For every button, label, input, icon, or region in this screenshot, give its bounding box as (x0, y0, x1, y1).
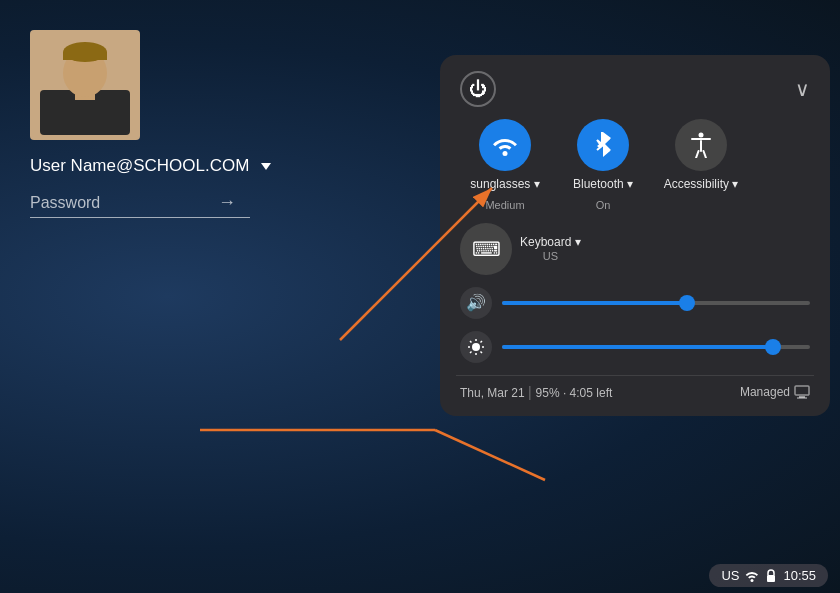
wifi-sublabel: Medium (485, 199, 524, 211)
svg-rect-4 (63, 52, 107, 60)
svg-point-9 (699, 133, 704, 138)
username-text: User Name@SCHOOL.COM (30, 156, 249, 176)
keyboard-label: Keyboard ▾ (520, 235, 581, 251)
svg-line-18 (470, 351, 472, 353)
user-name-row[interactable]: User Name@SCHOOL.COM (30, 156, 271, 176)
brightness-slider-row (456, 331, 814, 363)
bluetooth-label: Bluetooth ▾ (573, 177, 633, 193)
svg-line-17 (481, 341, 483, 343)
tray-time: 10:55 (783, 568, 816, 583)
svg-point-10 (472, 343, 480, 351)
password-submit-button[interactable]: → (218, 192, 236, 213)
svg-line-16 (481, 351, 483, 353)
svg-rect-19 (795, 386, 809, 395)
keyboard-labels: Keyboard ▾ US (520, 235, 581, 263)
volume-icon: 🔊 (460, 287, 492, 319)
accessibility-sublabel (699, 199, 702, 211)
keyboard-row: ⌨ Keyboard ▾ US (456, 223, 814, 275)
qs-footer: Thu, Mar 21 | 95% · 4:05 left Managed (456, 375, 814, 400)
volume-slider-row: 🔊 (456, 287, 814, 319)
volume-slider-track[interactable] (502, 301, 810, 305)
toggles-grid: sunglasses ▾ Medium Bluetooth ▾ On (456, 119, 814, 211)
password-row[interactable]: → (30, 192, 250, 218)
power-button[interactable]: ⏻ (460, 71, 496, 107)
tray-wifi-icon (745, 570, 759, 582)
wifi-label: sunglasses ▾ (470, 177, 539, 193)
chevron-down-icon: ∨ (795, 78, 810, 100)
bluetooth-sublabel: On (596, 199, 611, 211)
accessibility-toggle-button[interactable] (675, 119, 727, 171)
system-tray[interactable]: US 10:55 (709, 564, 828, 587)
power-icon: ⏻ (469, 79, 487, 100)
qs-header: ⏻ ∨ (456, 71, 814, 107)
tray-locale: US (721, 568, 739, 583)
wifi-toggle-item: sunglasses ▾ Medium (460, 119, 550, 211)
login-panel: User Name@SCHOOL.COM → (30, 30, 271, 218)
volume-slider-fill (502, 301, 687, 305)
volume-speaker-icon: 🔊 (466, 293, 486, 312)
keyboard-icon: ⌨ (472, 237, 501, 261)
brightness-slider-track[interactable] (502, 345, 810, 349)
brightness-icon (460, 331, 492, 363)
keyboard-sublabel: US (520, 250, 581, 262)
footer-managed: Managed (740, 385, 810, 399)
wifi-toggle-button[interactable] (479, 119, 531, 171)
username-chevron-icon[interactable] (261, 163, 271, 170)
svg-rect-22 (767, 575, 775, 582)
bluetooth-toggle-item: Bluetooth ▾ On (558, 119, 648, 211)
bluetooth-toggle-button[interactable] (577, 119, 629, 171)
quick-settings-panel: ⏻ ∨ sunglasses ▾ Medium (440, 55, 830, 416)
collapse-button[interactable]: ∨ (795, 77, 810, 101)
password-input[interactable] (30, 194, 210, 212)
brightness-slider-thumb (765, 339, 781, 355)
avatar (30, 30, 140, 140)
keyboard-button[interactable]: ⌨ (460, 223, 512, 275)
tray-lock-icon (765, 569, 777, 583)
accessibility-toggle-item: Accessibility ▾ (656, 119, 746, 211)
brightness-slider-fill (502, 345, 773, 349)
svg-line-15 (470, 341, 472, 343)
footer-date: Thu, Mar 21 | 95% · 4:05 left (460, 384, 612, 400)
volume-slider-thumb (679, 295, 695, 311)
accessibility-label: Accessibility ▾ (664, 177, 739, 193)
footer-divider: | (528, 384, 536, 400)
